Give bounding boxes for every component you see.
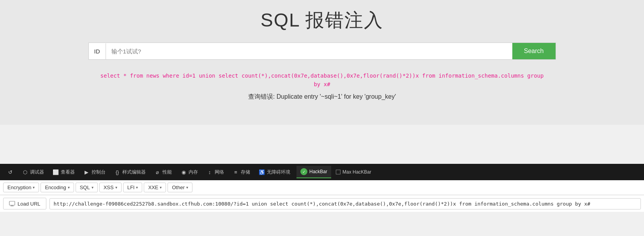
load-url-icon	[9, 201, 15, 207]
max-hackbar-tab[interactable]: Max HacKBar	[332, 167, 375, 177]
lfi-dropdown[interactable]: LFI ▾	[123, 183, 143, 192]
url-bar: Load URL	[0, 195, 644, 212]
max-hackbar-label: Max HacKBar	[342, 169, 371, 175]
xss-dropdown[interactable]: XSS ▾	[99, 183, 122, 192]
max-hackbar-checkbox[interactable]	[336, 170, 341, 174]
devtools-memory-label: 内存	[189, 169, 198, 176]
url-input[interactable]	[49, 198, 641, 209]
inspector-icon: ⬜	[53, 169, 59, 175]
devtools-refresh[interactable]: ↺	[3, 167, 17, 177]
sql-query-text: select * from news where id=1 union sele…	[88, 71, 556, 89]
load-url-button[interactable]: Load URL	[3, 198, 46, 209]
hackbar-tab[interactable]: ✓ HackBar	[296, 166, 331, 178]
encryption-arrow-icon: ▾	[33, 185, 35, 190]
xss-arrow-icon: ▾	[115, 185, 117, 190]
refresh-icon: ↺	[7, 169, 13, 175]
encryption-dropdown[interactable]: Encryption ▾	[3, 183, 39, 192]
devtools-inspector-label: 查看器	[61, 169, 75, 176]
devtools-storage-label: 存储	[241, 169, 250, 176]
memory-icon: ◉	[180, 169, 187, 175]
sql-label: SQL	[80, 185, 90, 190]
other-label: Other	[172, 185, 185, 190]
main-content: SQL 报错注入 ID Search select * from news wh…	[0, 0, 644, 125]
lfi-arrow-icon: ▾	[136, 185, 138, 190]
devtools-console[interactable]: ▶ 控制台	[79, 167, 109, 178]
search-button[interactable]: Search	[512, 43, 556, 59]
sql-dropdown[interactable]: SQL ▾	[76, 183, 98, 192]
load-url-label: Load URL	[18, 201, 41, 207]
accessibility-icon: ♿	[259, 169, 265, 175]
xxe-label: XXE	[148, 185, 158, 190]
devtools-performance-label: 性能	[162, 169, 172, 176]
devtools-accessibility[interactable]: ♿ 无障碍环境	[255, 167, 294, 178]
devtools-network-label: 网络	[215, 169, 224, 176]
performance-icon: ⌀	[154, 169, 161, 175]
search-bar: ID Search	[88, 43, 556, 60]
search-input[interactable]	[106, 43, 512, 59]
xss-label: XSS	[104, 185, 114, 190]
network-icon: ↕	[206, 169, 213, 175]
xxe-arrow-icon: ▾	[160, 185, 162, 190]
encoding-arrow-icon: ▾	[68, 185, 70, 190]
encryption-label: Encryption	[7, 185, 31, 190]
devtools-network[interactable]: ↕ 网络	[203, 167, 228, 178]
toolbar-bar: Encryption ▾ Encoding ▾ SQL ▾ XSS ▾ LFI …	[0, 180, 644, 195]
style-editor-icon: {}	[114, 169, 120, 175]
encoding-dropdown[interactable]: Encoding ▾	[41, 183, 74, 192]
xxe-dropdown[interactable]: XXE ▾	[144, 183, 166, 192]
hackbar-label: HackBar	[309, 169, 327, 174]
debugger-icon: ⬡	[22, 169, 28, 175]
svg-rect-0	[9, 201, 15, 205]
devtools-inspector[interactable]: ⬜ 查看器	[49, 167, 79, 178]
devtools-performance[interactable]: ⌀ 性能	[150, 167, 176, 178]
devtools-bar: ↺ ⬡ 调试器 ⬜ 查看器 ▶ 控制台 {} 样式编辑器 ⌀ 性能 ◉ 内存 ↕…	[0, 164, 644, 180]
svg-rect-1	[11, 206, 14, 206]
other-arrow-icon: ▾	[186, 185, 188, 190]
other-dropdown[interactable]: Other ▾	[168, 183, 192, 192]
encoding-label: Encoding	[45, 185, 66, 190]
storage-icon: ≡	[233, 169, 239, 175]
separator-area	[0, 125, 644, 164]
hackbar-icon: ✓	[300, 168, 307, 175]
devtools-style-editor[interactable]: {} 样式编辑器	[110, 167, 150, 178]
lfi-label: LFI	[127, 185, 135, 190]
sql-arrow-icon: ▾	[92, 185, 94, 190]
search-label: ID	[89, 43, 106, 59]
devtools-memory[interactable]: ◉ 内存	[176, 167, 202, 178]
page-title: SQL 报错注入	[261, 8, 384, 33]
console-icon: ▶	[83, 169, 90, 175]
devtools-style-editor-label: 样式编辑器	[122, 169, 146, 176]
devtools-debugger-label: 调试器	[30, 169, 44, 176]
devtools-accessibility-label: 无障碍环境	[267, 169, 290, 176]
error-message: 查询错误: Duplicate entry '~sqli~1' for key …	[248, 93, 396, 101]
devtools-console-label: 控制台	[92, 169, 106, 176]
devtools-debugger[interactable]: ⬡ 调试器	[18, 167, 48, 178]
devtools-storage[interactable]: ≡ 存储	[229, 167, 254, 178]
